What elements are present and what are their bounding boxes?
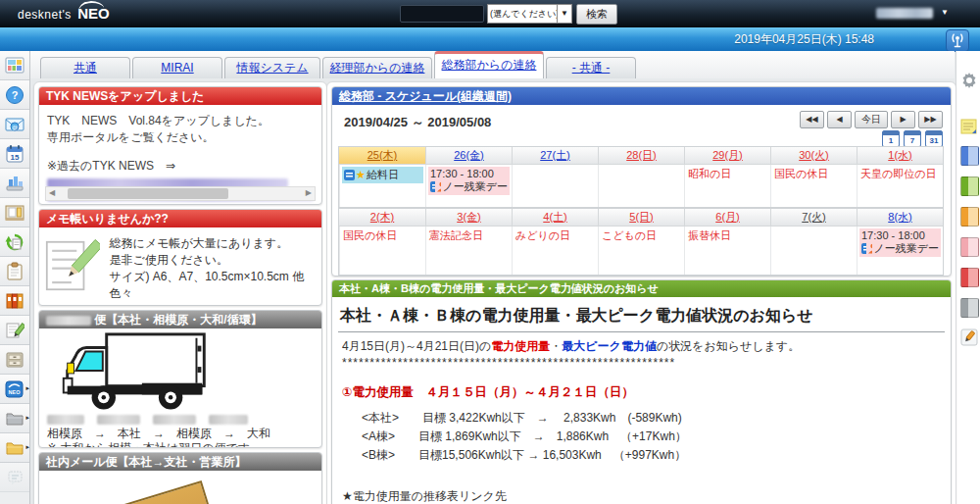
- day-cell[interactable]: 昭和の日: [684, 165, 770, 207]
- day-cell[interactable]: 振替休日: [684, 227, 770, 275]
- palette-pink-icon[interactable]: [960, 237, 979, 257]
- tab-kyotsu[interactable]: 共通: [40, 57, 130, 78]
- day-view-icon[interactable]: 1: [882, 130, 900, 147]
- sidebar-item-webmail[interactable]: @: [0, 110, 29, 139]
- day-cell[interactable]: ★ 給料日: [339, 165, 425, 207]
- month-view-icon[interactable]: 31: [925, 130, 943, 147]
- calendar-icon: 15: [5, 144, 24, 164]
- power-links-title: ★電力使用量の推移表リンク先: [332, 465, 951, 504]
- nav-prev-fast-button[interactable]: ◀◀: [800, 111, 824, 128]
- day-link[interactable]: 29(月): [712, 149, 743, 161]
- sidebar-item-workflow[interactable]: [0, 169, 29, 198]
- sidebar-item-neo-link[interactable]: NEO ▸: [0, 375, 29, 404]
- day-link[interactable]: 8(水): [888, 211, 911, 223]
- scrollbar-thumb[interactable]: [68, 188, 228, 199]
- sidebar-item-cabinet[interactable]: [0, 198, 29, 227]
- sidebar-item-todo[interactable]: [0, 257, 29, 286]
- schedule-title-link[interactable]: 総務部 - スケジュール(組織週間): [339, 89, 512, 103]
- svg-text:?: ?: [12, 89, 19, 101]
- search-button[interactable]: 検索: [576, 4, 617, 25]
- day-link[interactable]: 2(木): [370, 211, 394, 223]
- day-link[interactable]: 27(土): [540, 149, 570, 161]
- day-link[interactable]: 26(金): [454, 149, 484, 161]
- logo-prefix: desknet's: [18, 8, 72, 22]
- sidebar-item-help[interactable]: ?: [0, 80, 29, 110]
- user-menu[interactable]: [876, 8, 933, 19]
- neo-icon: NEO: [5, 379, 24, 399]
- day-link[interactable]: 25(木): [368, 149, 398, 161]
- day-link[interactable]: 28(日): [626, 149, 657, 161]
- day-link[interactable]: 1(水): [888, 149, 911, 161]
- sidebar-item-document[interactable]: [0, 286, 29, 316]
- day-cell[interactable]: 17:30 - 18:00 ノー残業デー: [425, 165, 512, 207]
- yellow-folder-icon: [5, 438, 24, 458]
- day-link[interactable]: 4(土): [543, 211, 566, 223]
- sidebar-item-chat[interactable]: [0, 463, 29, 492]
- sidebar-item-folder-yellow[interactable]: ▸: [0, 433, 29, 463]
- nav-next-button[interactable]: ▶: [891, 111, 915, 128]
- select-arrow-icon[interactable]: ▼: [557, 4, 572, 24]
- scroll-right-icon[interactable]: ▶: [306, 187, 312, 199]
- schedule-date-range: 2019/04/25 ～ 2019/05/08: [344, 114, 491, 131]
- scroll-left-icon[interactable]: ◀: [49, 187, 55, 199]
- day-cell[interactable]: こどもの日: [598, 227, 684, 275]
- edit-pencil-icon[interactable]: [960, 328, 978, 346]
- day-cell[interactable]: 国民の休日: [339, 227, 425, 275]
- person-icon: [867, 243, 872, 254]
- sidebar-item-folder-gray[interactable]: ▸: [0, 404, 29, 433]
- day-header: 7(火): [770, 209, 857, 227]
- nav-today-button[interactable]: 今日: [855, 111, 888, 128]
- day-cell[interactable]: [512, 165, 598, 207]
- nav-next-fast-button[interactable]: ▶▶: [918, 111, 943, 128]
- day-cell[interactable]: [598, 165, 684, 207]
- day-cell[interactable]: 憲法記念日: [425, 227, 512, 275]
- week-view-icon[interactable]: 7: [904, 130, 921, 147]
- palette-orange-icon[interactable]: [960, 207, 979, 227]
- settings-button[interactable]: [961, 73, 977, 88]
- day-link[interactable]: 7(火): [802, 211, 825, 223]
- sidebar-item-drawer[interactable]: [0, 345, 29, 375]
- sidebar-item-schedule[interactable]: 15: [0, 139, 29, 169]
- news-horizontal-scrollbar[interactable]: ◀ ▶: [45, 186, 316, 201]
- schedule-event[interactable]: 17:30 - 18:00 ノー残業デー: [428, 167, 510, 195]
- tab-mirai[interactable]: MIRAI: [132, 57, 222, 78]
- person-icon: [436, 181, 441, 192]
- binders-icon: [5, 291, 24, 311]
- tab-keiri-renraku[interactable]: 経理部からの連絡: [322, 57, 432, 78]
- holiday-label: 憲法記念日: [427, 227, 511, 244]
- day-cell[interactable]: みどりの日: [512, 227, 598, 275]
- day-cell[interactable]: [770, 227, 857, 275]
- sidebar-item-circulation[interactable]: [0, 227, 29, 257]
- asterisk-divider: ****************************************…: [332, 355, 951, 371]
- palette-green-icon[interactable]: [960, 176, 979, 196]
- day-link[interactable]: 3(金): [457, 211, 480, 223]
- category-badge-icon: [861, 243, 866, 254]
- day-cell[interactable]: 17:30 - 18:00 ノー残業デー: [857, 227, 943, 275]
- palette-red-icon[interactable]: [960, 268, 979, 287]
- tab-kyotsu2[interactable]: - 共通 -: [546, 57, 636, 78]
- sidebar-item-portal[interactable]: [0, 51, 29, 80]
- nav-prev-button[interactable]: ◀: [827, 111, 852, 128]
- day-link[interactable]: 5(日): [629, 211, 653, 223]
- broadcast-button[interactable]: [946, 29, 969, 52]
- sticky-note-icon[interactable]: [960, 118, 978, 135]
- broadcast-icon: [951, 32, 964, 49]
- search-scope-select[interactable]: (選んでください): [487, 4, 562, 24]
- power-row-honsha: <本社> 目標 3,422Kwh以下 → 2,833Kwh (-589Kwh): [332, 409, 951, 428]
- search-input[interactable]: [400, 5, 484, 23]
- day-link[interactable]: 30(火): [799, 149, 829, 161]
- day-cell[interactable]: 天皇の即位の日: [857, 165, 943, 207]
- palette-blue-icon[interactable]: [960, 146, 979, 166]
- holiday-label: 国民の休日: [341, 227, 424, 244]
- schedule-event[interactable]: ★ 給料日: [342, 167, 423, 183]
- user-menu-arrow-icon[interactable]: ▼: [941, 8, 949, 17]
- schedule-event[interactable]: 17:30 - 18:00 ノー残業デー: [859, 228, 941, 257]
- tab-somu-renraku[interactable]: 総務部からの連絡: [434, 51, 544, 78]
- palette-gray-icon[interactable]: [960, 298, 979, 318]
- redacted-word: [46, 316, 91, 326]
- envelope-image: [87, 480, 224, 504]
- day-cell[interactable]: 国民の休日: [770, 165, 857, 207]
- tab-joho-system[interactable]: 情報システム: [224, 57, 320, 78]
- day-link[interactable]: 6(月): [715, 211, 739, 223]
- sidebar-item-memo[interactable]: [0, 316, 29, 345]
